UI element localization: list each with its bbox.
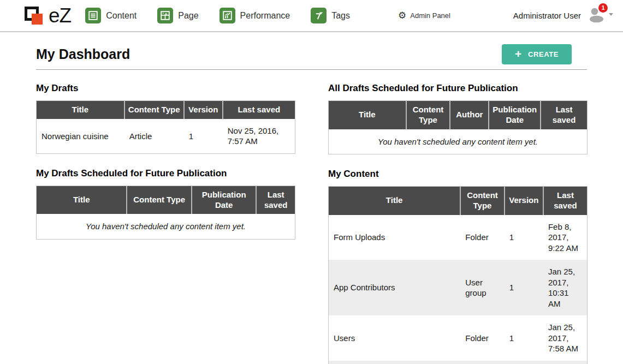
table-row[interactable]: Form UploadsFolder1Feb 8, 2017, 9:22 AM: [329, 215, 588, 260]
nav-label-tags: Tags: [331, 11, 350, 21]
nav-item-performance[interactable]: Performance: [219, 8, 290, 23]
panel-title-my-drafts-scheduled: My Drafts Scheduled for Future Publicati…: [36, 168, 295, 179]
column-header: Title: [37, 101, 124, 119]
nav-label-page: Page: [178, 11, 198, 21]
content-icon: [85, 8, 101, 23]
nav-item-tags[interactable]: Tags: [311, 8, 350, 23]
table-cell: Form Uploads: [329, 215, 461, 260]
table-cell: 1: [184, 119, 223, 154]
table-cell: Folder: [460, 315, 505, 361]
column-header: Author: [450, 101, 489, 129]
column-header: Version: [184, 101, 223, 119]
column-header: Content Type: [124, 101, 184, 119]
panel-title-all-drafts-scheduled: All Drafts Scheduled for Future Publicat…: [328, 83, 588, 94]
table-cell: Jan 25, 2017, 7:58 AM: [543, 315, 588, 361]
column-header: Content Type: [127, 186, 192, 214]
empty-row: You haven't scheduled any content item y…: [37, 214, 295, 239]
column-header: Last saved: [223, 101, 295, 119]
nav-item-content[interactable]: Content: [85, 8, 137, 23]
nav-label-content: Content: [106, 11, 137, 21]
column-header: Version: [505, 187, 543, 215]
notification-badge[interactable]: 1: [598, 3, 608, 13]
left-column: My Drafts TitleContent TypeVersionLast s…: [36, 83, 295, 364]
table-cell: 1: [505, 361, 543, 364]
gear-icon: ⚙: [398, 11, 406, 20]
panel-my-drafts-scheduled: My Drafts Scheduled for Future Publicati…: [36, 168, 295, 240]
column-header: Publication Date: [489, 101, 541, 129]
table-cell: User group: [460, 260, 505, 315]
table-header-row: TitleContent TypePublication DateLast sa…: [37, 186, 295, 214]
table-cell: 1: [505, 215, 543, 260]
dashboard-main: My Dashboard + CREATE My Drafts TitleCon…: [0, 32, 623, 364]
table-cell: Nov 25, 2016, 7:57 AM: [223, 119, 295, 154]
table-cell: App: [329, 361, 461, 364]
admin-panel-button[interactable]: ⚙ Admin Panel: [398, 11, 450, 20]
table-header-row: TitleContent TypeVersionLast saved: [329, 187, 588, 215]
create-button[interactable]: + CREATE: [502, 44, 572, 64]
column-header: Last saved: [541, 101, 587, 129]
empty-message: You haven't scheduled any content item y…: [329, 129, 588, 154]
column-header: Title: [329, 101, 406, 129]
page-head: My Dashboard + CREATE: [36, 32, 587, 70]
table-cell: 1: [505, 260, 543, 315]
my-content-table: TitleContent TypeVersionLast savedForm U…: [328, 186, 588, 364]
column-header: Title: [329, 187, 461, 215]
user-menu[interactable]: 1: [588, 7, 613, 25]
panel-title-my-content: My Content: [328, 169, 588, 180]
nav-label-performance: Performance: [240, 11, 290, 21]
empty-row: You haven't scheduled any content item y…: [329, 129, 588, 154]
column-header: Title: [37, 186, 127, 214]
tags-icon: [311, 8, 327, 23]
table-header-row: TitleContent TypeVersionLast saved: [37, 101, 295, 119]
column-header: Content Type: [460, 187, 505, 215]
right-column: All Drafts Scheduled for Future Publicat…: [328, 83, 588, 364]
table-cell: Users: [329, 315, 461, 361]
column-header: Publication Date: [192, 186, 257, 214]
table-cell: Folder: [460, 361, 505, 364]
table-row[interactable]: App ContributorsUser group1Jan 25, 2017,…: [329, 260, 588, 315]
panel-my-drafts: My Drafts TitleContent TypeVersionLast s…: [36, 83, 295, 154]
table-row[interactable]: Norwegian cuisineArticle1Nov 25, 2016, 7…: [37, 119, 295, 154]
table-row[interactable]: AppFolder1Jan 25, 2017, 7:55 AM: [329, 361, 588, 364]
top-navbar: eZ Content: [0, 0, 623, 32]
table-header-row: TitleContent TypeAuthorPublication DateL…: [329, 101, 588, 129]
panel-all-drafts-scheduled: All Drafts Scheduled for Future Publicat…: [328, 83, 588, 154]
panel-title-my-drafts: My Drafts: [36, 83, 295, 94]
main-navigation: Content Page: [85, 8, 350, 23]
panels-grid: My Drafts TitleContent TypeVersionLast s…: [36, 83, 587, 364]
ez-logo[interactable]: eZ: [25, 5, 71, 26]
page-title: My Dashboard: [36, 46, 130, 62]
table-cell: Article: [124, 119, 184, 154]
nav-item-page[interactable]: Page: [157, 8, 198, 23]
table-cell: Folder: [460, 215, 505, 260]
ez-logo-text: eZ: [49, 5, 71, 26]
table-cell: Jan 25, 2017, 7:55 AM: [543, 361, 588, 364]
page-icon: [157, 8, 173, 23]
column-header: Last saved: [543, 187, 588, 215]
table-cell: 1: [505, 315, 543, 361]
ez-logo-mark-icon: [25, 5, 45, 26]
table-cell: Feb 8, 2017, 9:22 AM: [543, 215, 588, 260]
user-area: Administrator User 1: [513, 7, 613, 25]
table-cell: App Contributors: [329, 260, 461, 315]
all-drafts-scheduled-table: TitleContent TypeAuthorPublication DateL…: [328, 100, 588, 154]
user-name: Administrator User: [513, 11, 581, 20]
empty-message: You haven't scheduled any content item y…: [37, 214, 295, 239]
performance-icon: [219, 8, 235, 23]
chevron-down-icon: [609, 13, 613, 16]
admin-panel-label: Admin Panel: [410, 11, 450, 20]
panel-my-content: My Content TitleContent TypeVersionLast …: [328, 169, 588, 364]
table-cell: Jan 25, 2017, 10:31 AM: [543, 260, 588, 315]
column-header: Content Type: [406, 101, 450, 129]
create-button-label: CREATE: [528, 50, 559, 58]
table-row[interactable]: UsersFolder1Jan 25, 2017, 7:58 AM: [329, 315, 588, 361]
my-drafts-scheduled-table: TitleContent TypePublication DateLast sa…: [36, 186, 295, 240]
my-drafts-table: TitleContent TypeVersionLast savedNorweg…: [36, 100, 295, 154]
table-cell: Norwegian cuisine: [37, 119, 124, 154]
column-header: Last saved: [256, 186, 295, 214]
